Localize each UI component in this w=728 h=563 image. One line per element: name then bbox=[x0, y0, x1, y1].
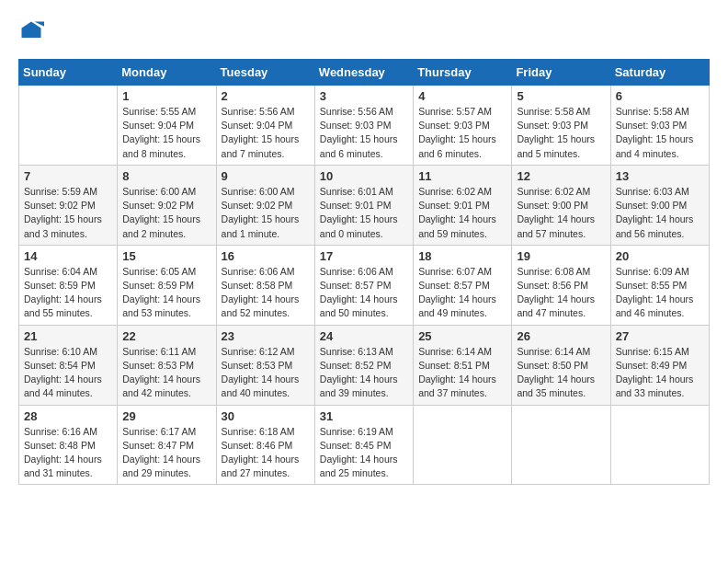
day-number: 6 bbox=[616, 89, 704, 103]
day-number: 3 bbox=[320, 89, 408, 103]
calendar-cell: 24Sunrise: 6:13 AMSunset: 8:52 PMDayligh… bbox=[314, 325, 413, 405]
calendar-cell: 21Sunrise: 6:10 AMSunset: 8:54 PMDayligh… bbox=[19, 325, 118, 405]
day-number: 16 bbox=[222, 249, 310, 263]
day-info: Sunrise: 5:56 AMSunset: 9:03 PMDaylight:… bbox=[320, 105, 408, 161]
day-info: Sunrise: 5:57 AMSunset: 9:03 PMDaylight:… bbox=[418, 105, 506, 161]
logo-icon bbox=[18, 18, 44, 44]
day-info: Sunrise: 6:00 AMSunset: 9:02 PMDaylight:… bbox=[222, 185, 310, 241]
day-info: Sunrise: 6:01 AMSunset: 9:01 PMDaylight:… bbox=[320, 185, 408, 241]
day-number: 4 bbox=[418, 89, 506, 103]
day-info: Sunrise: 6:11 AMSunset: 8:53 PMDaylight:… bbox=[122, 345, 210, 401]
day-number: 8 bbox=[122, 169, 210, 183]
day-info: Sunrise: 6:02 AMSunset: 9:00 PMDaylight:… bbox=[517, 185, 605, 241]
day-number: 12 bbox=[517, 169, 605, 183]
day-number: 27 bbox=[616, 329, 704, 343]
calendar-cell bbox=[610, 405, 709, 485]
calendar-week-5: 28Sunrise: 6:16 AMSunset: 8:48 PMDayligh… bbox=[19, 405, 710, 485]
calendar-cell bbox=[19, 86, 118, 166]
calendar-cell: 30Sunrise: 6:18 AMSunset: 8:46 PMDayligh… bbox=[216, 405, 314, 485]
calendar-cell: 2Sunrise: 5:56 AMSunset: 9:04 PMDaylight… bbox=[216, 86, 314, 166]
day-number: 17 bbox=[320, 249, 408, 263]
calendar-cell: 6Sunrise: 5:58 AMSunset: 9:03 PMDaylight… bbox=[610, 86, 709, 166]
day-number: 7 bbox=[24, 169, 112, 183]
calendar: SundayMondayTuesdayWednesdayThursdayFrid… bbox=[18, 59, 710, 485]
day-number: 25 bbox=[418, 329, 506, 343]
page-header bbox=[18, 18, 710, 44]
calendar-cell: 4Sunrise: 5:57 AMSunset: 9:03 PMDaylight… bbox=[414, 86, 512, 166]
calendar-cell: 14Sunrise: 6:04 AMSunset: 8:59 PMDayligh… bbox=[19, 245, 118, 325]
calendar-cell: 15Sunrise: 6:05 AMSunset: 8:59 PMDayligh… bbox=[118, 245, 216, 325]
day-number: 14 bbox=[24, 249, 112, 263]
day-info: Sunrise: 6:18 AMSunset: 8:46 PMDaylight:… bbox=[222, 425, 310, 481]
day-number: 22 bbox=[122, 329, 210, 343]
day-number: 24 bbox=[320, 329, 408, 343]
day-number: 2 bbox=[222, 89, 310, 103]
calendar-cell: 22Sunrise: 6:11 AMSunset: 8:53 PMDayligh… bbox=[118, 325, 216, 405]
calendar-cell: 13Sunrise: 6:03 AMSunset: 9:00 PMDayligh… bbox=[610, 165, 709, 245]
calendar-cell: 20Sunrise: 6:09 AMSunset: 8:55 PMDayligh… bbox=[610, 245, 709, 325]
day-of-week-monday: Monday bbox=[118, 60, 216, 86]
day-number: 5 bbox=[517, 89, 605, 103]
day-number: 21 bbox=[24, 329, 112, 343]
calendar-cell: 1Sunrise: 5:55 AMSunset: 9:04 PMDaylight… bbox=[118, 86, 216, 166]
calendar-cell: 7Sunrise: 5:59 AMSunset: 9:02 PMDaylight… bbox=[19, 165, 118, 245]
day-number: 26 bbox=[517, 329, 605, 343]
day-info: Sunrise: 6:10 AMSunset: 8:54 PMDaylight:… bbox=[24, 345, 112, 401]
day-number: 23 bbox=[222, 329, 310, 343]
day-info: Sunrise: 6:04 AMSunset: 8:59 PMDaylight:… bbox=[24, 265, 112, 321]
calendar-cell: 11Sunrise: 6:02 AMSunset: 9:01 PMDayligh… bbox=[414, 165, 512, 245]
calendar-cell: 19Sunrise: 6:08 AMSunset: 8:56 PMDayligh… bbox=[512, 245, 610, 325]
calendar-header: SundayMondayTuesdayWednesdayThursdayFrid… bbox=[19, 60, 710, 86]
calendar-cell bbox=[414, 405, 512, 485]
day-info: Sunrise: 5:58 AMSunset: 9:03 PMDaylight:… bbox=[616, 105, 704, 161]
calendar-cell: 12Sunrise: 6:02 AMSunset: 9:00 PMDayligh… bbox=[512, 165, 610, 245]
calendar-cell: 3Sunrise: 5:56 AMSunset: 9:03 PMDaylight… bbox=[314, 86, 413, 166]
calendar-cell: 17Sunrise: 6:06 AMSunset: 8:57 PMDayligh… bbox=[314, 245, 413, 325]
day-number: 28 bbox=[24, 409, 112, 423]
day-number: 15 bbox=[122, 249, 210, 263]
calendar-week-3: 14Sunrise: 6:04 AMSunset: 8:59 PMDayligh… bbox=[19, 245, 710, 325]
day-of-week-wednesday: Wednesday bbox=[314, 60, 413, 86]
day-info: Sunrise: 5:56 AMSunset: 9:04 PMDaylight:… bbox=[222, 105, 310, 161]
day-info: Sunrise: 6:15 AMSunset: 8:49 PMDaylight:… bbox=[616, 345, 704, 401]
logo bbox=[18, 18, 48, 44]
calendar-cell: 31Sunrise: 6:19 AMSunset: 8:45 PMDayligh… bbox=[314, 405, 413, 485]
day-info: Sunrise: 6:14 AMSunset: 8:51 PMDaylight:… bbox=[418, 345, 506, 401]
day-of-week-thursday: Thursday bbox=[414, 60, 512, 86]
day-info: Sunrise: 6:19 AMSunset: 8:45 PMDaylight:… bbox=[320, 425, 408, 481]
calendar-cell: 5Sunrise: 5:58 AMSunset: 9:03 PMDaylight… bbox=[512, 86, 610, 166]
day-number: 11 bbox=[418, 169, 506, 183]
day-of-week-friday: Friday bbox=[512, 60, 610, 86]
day-number: 31 bbox=[320, 409, 408, 423]
day-number: 10 bbox=[320, 169, 408, 183]
calendar-body: 1Sunrise: 5:55 AMSunset: 9:04 PMDaylight… bbox=[19, 86, 710, 485]
day-number: 18 bbox=[418, 249, 506, 263]
calendar-cell: 8Sunrise: 6:00 AMSunset: 9:02 PMDaylight… bbox=[118, 165, 216, 245]
day-info: Sunrise: 6:08 AMSunset: 8:56 PMDaylight:… bbox=[517, 265, 605, 321]
day-of-week-saturday: Saturday bbox=[610, 60, 709, 86]
svg-marker-1 bbox=[22, 22, 41, 39]
day-number: 1 bbox=[122, 89, 210, 103]
day-info: Sunrise: 6:17 AMSunset: 8:47 PMDaylight:… bbox=[122, 425, 210, 481]
day-info: Sunrise: 5:55 AMSunset: 9:04 PMDaylight:… bbox=[122, 105, 210, 161]
day-info: Sunrise: 6:03 AMSunset: 9:00 PMDaylight:… bbox=[616, 185, 704, 241]
calendar-cell: 16Sunrise: 6:06 AMSunset: 8:58 PMDayligh… bbox=[216, 245, 314, 325]
calendar-week-1: 1Sunrise: 5:55 AMSunset: 9:04 PMDaylight… bbox=[19, 86, 710, 166]
day-info: Sunrise: 5:58 AMSunset: 9:03 PMDaylight:… bbox=[517, 105, 605, 161]
day-info: Sunrise: 6:06 AMSunset: 8:57 PMDaylight:… bbox=[320, 265, 408, 321]
day-info: Sunrise: 6:13 AMSunset: 8:52 PMDaylight:… bbox=[320, 345, 408, 401]
day-number: 20 bbox=[616, 249, 704, 263]
day-info: Sunrise: 6:16 AMSunset: 8:48 PMDaylight:… bbox=[24, 425, 112, 481]
calendar-week-2: 7Sunrise: 5:59 AMSunset: 9:02 PMDaylight… bbox=[19, 165, 710, 245]
calendar-cell: 28Sunrise: 6:16 AMSunset: 8:48 PMDayligh… bbox=[19, 405, 118, 485]
days-of-week-row: SundayMondayTuesdayWednesdayThursdayFrid… bbox=[19, 60, 710, 86]
day-number: 30 bbox=[222, 409, 310, 423]
calendar-cell: 10Sunrise: 6:01 AMSunset: 9:01 PMDayligh… bbox=[314, 165, 413, 245]
day-info: Sunrise: 6:06 AMSunset: 8:58 PMDaylight:… bbox=[222, 265, 310, 321]
day-info: Sunrise: 6:09 AMSunset: 8:55 PMDaylight:… bbox=[616, 265, 704, 321]
day-info: Sunrise: 6:12 AMSunset: 8:53 PMDaylight:… bbox=[222, 345, 310, 401]
day-number: 29 bbox=[122, 409, 210, 423]
calendar-cell bbox=[512, 405, 610, 485]
day-info: Sunrise: 6:05 AMSunset: 8:59 PMDaylight:… bbox=[122, 265, 210, 321]
day-info: Sunrise: 6:02 AMSunset: 9:01 PMDaylight:… bbox=[418, 185, 506, 241]
